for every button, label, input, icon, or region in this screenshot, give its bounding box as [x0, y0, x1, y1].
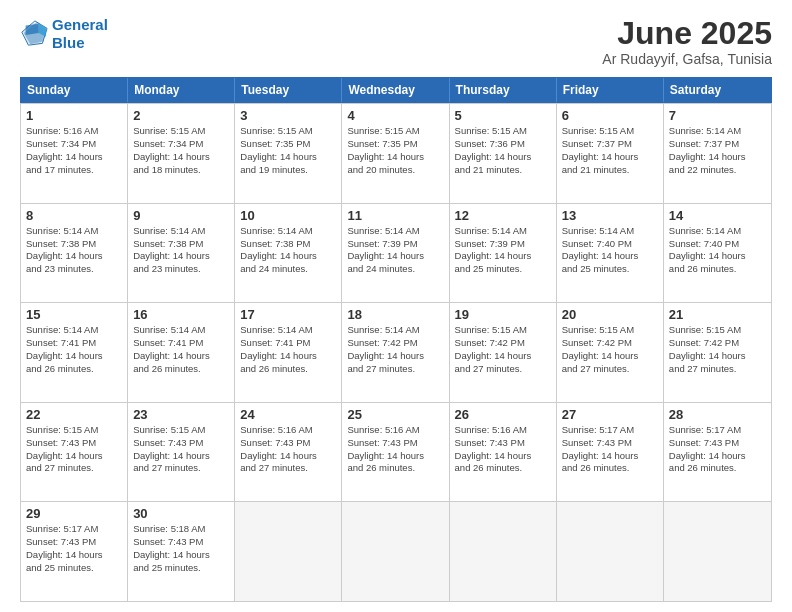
day-info: Sunrise: 5:15 AM Sunset: 7:42 PM Dayligh… [669, 324, 766, 375]
day-cell-25: 25Sunrise: 5:16 AM Sunset: 7:43 PM Dayli… [342, 403, 449, 502]
day-info: Sunrise: 5:15 AM Sunset: 7:43 PM Dayligh… [133, 424, 229, 475]
day-number: 2 [133, 108, 229, 123]
day-cell-15: 15Sunrise: 5:14 AM Sunset: 7:41 PM Dayli… [21, 303, 128, 402]
weekday-header-sunday: Sunday [21, 78, 128, 102]
day-cell-13: 13Sunrise: 5:14 AM Sunset: 7:40 PM Dayli… [557, 204, 664, 303]
day-info: Sunrise: 5:14 AM Sunset: 7:38 PM Dayligh… [240, 225, 336, 276]
day-info: Sunrise: 5:17 AM Sunset: 7:43 PM Dayligh… [669, 424, 766, 475]
calendar-week-4: 22Sunrise: 5:15 AM Sunset: 7:43 PM Dayli… [21, 402, 771, 502]
day-cell-6: 6Sunrise: 5:15 AM Sunset: 7:37 PM Daylig… [557, 104, 664, 203]
day-info: Sunrise: 5:14 AM Sunset: 7:41 PM Dayligh… [26, 324, 122, 375]
day-number: 22 [26, 407, 122, 422]
day-info: Sunrise: 5:14 AM Sunset: 7:37 PM Dayligh… [669, 125, 766, 176]
day-info: Sunrise: 5:14 AM Sunset: 7:38 PM Dayligh… [26, 225, 122, 276]
day-info: Sunrise: 5:16 AM Sunset: 7:43 PM Dayligh… [347, 424, 443, 475]
weekday-header-monday: Monday [128, 78, 235, 102]
day-number: 18 [347, 307, 443, 322]
day-cell-3: 3Sunrise: 5:15 AM Sunset: 7:35 PM Daylig… [235, 104, 342, 203]
calendar-week-5: 29Sunrise: 5:17 AM Sunset: 7:43 PM Dayli… [21, 501, 771, 601]
day-cell-5: 5Sunrise: 5:15 AM Sunset: 7:36 PM Daylig… [450, 104, 557, 203]
day-number: 14 [669, 208, 766, 223]
empty-cell [235, 502, 342, 601]
empty-cell [557, 502, 664, 601]
day-cell-16: 16Sunrise: 5:14 AM Sunset: 7:41 PM Dayli… [128, 303, 235, 402]
day-cell-10: 10Sunrise: 5:14 AM Sunset: 7:38 PM Dayli… [235, 204, 342, 303]
day-number: 17 [240, 307, 336, 322]
calendar: SundayMondayTuesdayWednesdayThursdayFrid… [20, 77, 772, 602]
calendar-header: SundayMondayTuesdayWednesdayThursdayFrid… [20, 77, 772, 103]
day-number: 27 [562, 407, 658, 422]
day-info: Sunrise: 5:14 AM Sunset: 7:40 PM Dayligh… [669, 225, 766, 276]
header: General Blue June 2025 Ar Rudayyif, Gafs… [20, 16, 772, 67]
empty-cell [664, 502, 771, 601]
day-number: 9 [133, 208, 229, 223]
day-number: 28 [669, 407, 766, 422]
day-cell-20: 20Sunrise: 5:15 AM Sunset: 7:42 PM Dayli… [557, 303, 664, 402]
day-info: Sunrise: 5:15 AM Sunset: 7:36 PM Dayligh… [455, 125, 551, 176]
weekday-header-saturday: Saturday [664, 78, 771, 102]
day-cell-23: 23Sunrise: 5:15 AM Sunset: 7:43 PM Dayli… [128, 403, 235, 502]
day-number: 15 [26, 307, 122, 322]
day-number: 21 [669, 307, 766, 322]
page: General Blue June 2025 Ar Rudayyif, Gafs… [0, 0, 792, 612]
day-info: Sunrise: 5:17 AM Sunset: 7:43 PM Dayligh… [562, 424, 658, 475]
day-info: Sunrise: 5:15 AM Sunset: 7:42 PM Dayligh… [562, 324, 658, 375]
day-number: 19 [455, 307, 551, 322]
logo-text: General Blue [52, 16, 108, 52]
logo-blue: Blue [52, 34, 85, 51]
day-number: 25 [347, 407, 443, 422]
day-cell-30: 30Sunrise: 5:18 AM Sunset: 7:43 PM Dayli… [128, 502, 235, 601]
day-cell-1: 1Sunrise: 5:16 AM Sunset: 7:34 PM Daylig… [21, 104, 128, 203]
day-cell-12: 12Sunrise: 5:14 AM Sunset: 7:39 PM Dayli… [450, 204, 557, 303]
calendar-week-1: 1Sunrise: 5:16 AM Sunset: 7:34 PM Daylig… [21, 103, 771, 203]
day-number: 13 [562, 208, 658, 223]
day-number: 1 [26, 108, 122, 123]
day-info: Sunrise: 5:14 AM Sunset: 7:40 PM Dayligh… [562, 225, 658, 276]
day-number: 11 [347, 208, 443, 223]
day-cell-27: 27Sunrise: 5:17 AM Sunset: 7:43 PM Dayli… [557, 403, 664, 502]
day-number: 6 [562, 108, 658, 123]
day-info: Sunrise: 5:15 AM Sunset: 7:34 PM Dayligh… [133, 125, 229, 176]
location-subtitle: Ar Rudayyif, Gafsa, Tunisia [602, 51, 772, 67]
day-number: 4 [347, 108, 443, 123]
day-info: Sunrise: 5:14 AM Sunset: 7:38 PM Dayligh… [133, 225, 229, 276]
day-info: Sunrise: 5:14 AM Sunset: 7:39 PM Dayligh… [455, 225, 551, 276]
day-cell-28: 28Sunrise: 5:17 AM Sunset: 7:43 PM Dayli… [664, 403, 771, 502]
day-number: 30 [133, 506, 229, 521]
day-cell-9: 9Sunrise: 5:14 AM Sunset: 7:38 PM Daylig… [128, 204, 235, 303]
day-info: Sunrise: 5:15 AM Sunset: 7:42 PM Dayligh… [455, 324, 551, 375]
calendar-body: 1Sunrise: 5:16 AM Sunset: 7:34 PM Daylig… [20, 103, 772, 602]
day-info: Sunrise: 5:16 AM Sunset: 7:43 PM Dayligh… [455, 424, 551, 475]
day-info: Sunrise: 5:15 AM Sunset: 7:35 PM Dayligh… [240, 125, 336, 176]
day-number: 8 [26, 208, 122, 223]
day-number: 26 [455, 407, 551, 422]
day-info: Sunrise: 5:17 AM Sunset: 7:43 PM Dayligh… [26, 523, 122, 574]
day-info: Sunrise: 5:14 AM Sunset: 7:41 PM Dayligh… [240, 324, 336, 375]
day-cell-17: 17Sunrise: 5:14 AM Sunset: 7:41 PM Dayli… [235, 303, 342, 402]
day-cell-8: 8Sunrise: 5:14 AM Sunset: 7:38 PM Daylig… [21, 204, 128, 303]
day-number: 29 [26, 506, 122, 521]
day-cell-24: 24Sunrise: 5:16 AM Sunset: 7:43 PM Dayli… [235, 403, 342, 502]
day-cell-14: 14Sunrise: 5:14 AM Sunset: 7:40 PM Dayli… [664, 204, 771, 303]
day-cell-19: 19Sunrise: 5:15 AM Sunset: 7:42 PM Dayli… [450, 303, 557, 402]
day-number: 5 [455, 108, 551, 123]
calendar-week-3: 15Sunrise: 5:14 AM Sunset: 7:41 PM Dayli… [21, 302, 771, 402]
day-number: 7 [669, 108, 766, 123]
day-info: Sunrise: 5:16 AM Sunset: 7:43 PM Dayligh… [240, 424, 336, 475]
day-cell-11: 11Sunrise: 5:14 AM Sunset: 7:39 PM Dayli… [342, 204, 449, 303]
weekday-header-thursday: Thursday [450, 78, 557, 102]
weekday-header-tuesday: Tuesday [235, 78, 342, 102]
day-number: 24 [240, 407, 336, 422]
day-cell-2: 2Sunrise: 5:15 AM Sunset: 7:34 PM Daylig… [128, 104, 235, 203]
day-number: 20 [562, 307, 658, 322]
day-info: Sunrise: 5:15 AM Sunset: 7:35 PM Dayligh… [347, 125, 443, 176]
day-cell-4: 4Sunrise: 5:15 AM Sunset: 7:35 PM Daylig… [342, 104, 449, 203]
day-number: 16 [133, 307, 229, 322]
weekday-header-wednesday: Wednesday [342, 78, 449, 102]
day-cell-7: 7Sunrise: 5:14 AM Sunset: 7:37 PM Daylig… [664, 104, 771, 203]
day-info: Sunrise: 5:14 AM Sunset: 7:39 PM Dayligh… [347, 225, 443, 276]
logo-general: General [52, 16, 108, 33]
day-number: 12 [455, 208, 551, 223]
calendar-week-2: 8Sunrise: 5:14 AM Sunset: 7:38 PM Daylig… [21, 203, 771, 303]
weekday-header-friday: Friday [557, 78, 664, 102]
